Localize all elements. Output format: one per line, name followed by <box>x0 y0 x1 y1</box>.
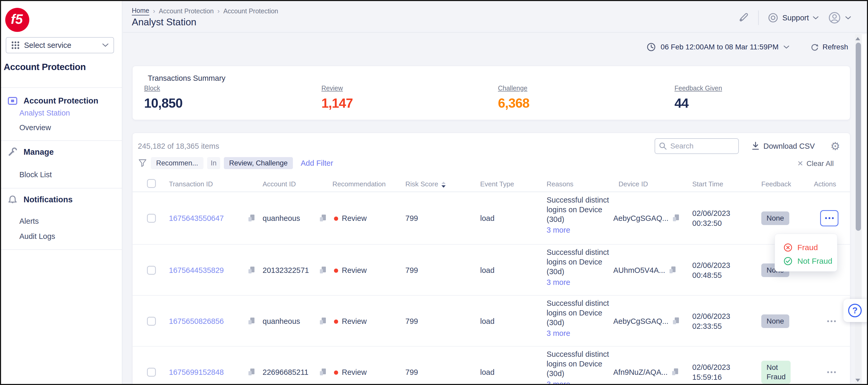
col-transaction-id[interactable]: Transaction ID <box>169 180 213 188</box>
date-range-value[interactable]: 06 Feb 12:00AM to 08 Mar 11:59PM <box>661 43 779 51</box>
metric-challenge-label[interactable]: Challenge <box>498 85 529 92</box>
copy-icon[interactable] <box>318 266 327 275</box>
sidebar-section-header[interactable]: Account Protection <box>1 96 122 106</box>
pencil-icon[interactable] <box>737 12 749 24</box>
device-id: AebyCgSGAQ... <box>613 214 669 222</box>
scrollbar-thumb[interactable] <box>856 42 861 231</box>
transaction-id-link[interactable]: 1675643550647 <box>169 214 224 222</box>
copy-icon[interactable] <box>671 368 679 376</box>
metric-block-label[interactable]: Block <box>144 85 183 92</box>
copy-icon[interactable] <box>318 368 327 376</box>
row-actions-button[interactable] <box>820 210 838 226</box>
col-event-type[interactable]: Event Type <box>480 180 514 188</box>
divider <box>1 188 122 188</box>
col-recommendation[interactable]: Recommendation <box>332 180 386 188</box>
gear-icon[interactable]: ⚙ <box>830 140 840 153</box>
menu-item-not-fraud[interactable]: Not Fraud <box>783 254 837 268</box>
event-type: load <box>480 368 495 376</box>
divider <box>1 140 122 141</box>
row-checkbox[interactable] <box>147 266 156 275</box>
event-type: load <box>480 317 495 325</box>
user-menu[interactable] <box>828 11 851 25</box>
divider <box>758 10 759 25</box>
transaction-id-link[interactable]: 1675699152848 <box>169 368 224 376</box>
sidebar-item-audit-logs[interactable]: Audit Logs <box>19 232 55 241</box>
menu-item-fraud[interactable]: Fraud <box>783 241 837 254</box>
copy-icon[interactable] <box>672 317 680 325</box>
row-actions-button[interactable] <box>827 320 836 322</box>
col-device-id[interactable]: Device ID <box>619 180 648 188</box>
help-tab[interactable]: ? <box>843 299 868 322</box>
add-filter-link[interactable]: Add Filter <box>301 159 333 167</box>
items-count: 245,182 of 18,365 items <box>138 142 219 151</box>
col-account-id[interactable]: Account ID <box>262 180 296 188</box>
refresh-button[interactable]: Refresh <box>810 42 848 52</box>
search-input[interactable] <box>670 142 728 150</box>
metric-review-value: 1,147 <box>321 96 353 111</box>
col-feedback[interactable]: Feedback <box>761 180 791 188</box>
support-label: Support <box>782 13 809 22</box>
chevron-down-icon[interactable] <box>783 45 789 49</box>
col-risk-score[interactable]: Risk Score <box>405 180 446 188</box>
table-row[interactable]: 1675643550647 quanheous Review 799 load … <box>133 192 850 245</box>
search-box[interactable] <box>655 138 739 154</box>
more-reasons-link[interactable]: 3 more <box>547 226 618 234</box>
reasons-text: Successful distinct logins on Device (30… <box>547 349 618 379</box>
copy-icon[interactable] <box>672 214 680 222</box>
page-title: Analyst Station <box>132 17 196 28</box>
sidebar-section-label: Manage <box>24 148 54 157</box>
download-csv-button[interactable]: Download CSV <box>751 141 815 151</box>
metric-feedback-given-label[interactable]: Feedback Given <box>675 85 722 92</box>
start-time: 02/06/2023 15:59:16 <box>692 362 746 382</box>
more-reasons-link[interactable]: 3 more <box>547 278 618 287</box>
sidebar-item-analyst-station[interactable]: Analyst Station <box>19 109 70 117</box>
search-icon <box>659 142 667 150</box>
sort-descending-icon[interactable] <box>441 182 446 188</box>
start-time: 02/06/2023 00:32:50 <box>692 208 746 228</box>
row-checkbox[interactable] <box>147 214 156 223</box>
table-row[interactable]: 1675699152848 22696685211 Review 799 loa… <box>133 347 850 385</box>
metric-review-label[interactable]: Review <box>321 85 353 92</box>
row-checkbox[interactable] <box>147 317 156 326</box>
scroll-down-arrow-icon[interactable] <box>856 379 860 382</box>
copy-icon[interactable] <box>668 266 677 275</box>
reasons-text: Successful distinct logins on Device (30… <box>547 248 618 277</box>
filter-field-chip[interactable]: Recommen... <box>151 157 204 169</box>
service-selector[interactable]: Select service <box>6 37 114 53</box>
row-checkbox[interactable] <box>147 368 156 377</box>
row-actions-button[interactable] <box>827 371 836 373</box>
breadcrumb-account-protection[interactable]: Account Protection <box>159 7 214 15</box>
wrench-icon <box>7 147 18 157</box>
copy-icon[interactable] <box>247 266 255 275</box>
sidebar-section-header[interactable]: Notifications <box>1 194 122 205</box>
more-reasons-link[interactable]: 3 more <box>547 380 618 385</box>
breadcrumb-home[interactable]: Home <box>132 7 149 15</box>
col-actions[interactable]: Actions <box>814 180 836 188</box>
more-reasons-link[interactable]: 3 more <box>547 329 618 338</box>
copy-icon[interactable] <box>318 317 327 325</box>
f5-logo-text: f5 <box>11 11 23 27</box>
filter-operator-chip[interactable]: In <box>207 157 220 169</box>
filter-value-chip[interactable]: Review, Challenge <box>224 157 293 169</box>
support-menu[interactable]: Support <box>768 12 819 23</box>
copy-icon[interactable] <box>318 214 327 222</box>
copy-icon[interactable] <box>247 214 255 222</box>
breadcrumb-account-protection-2[interactable]: Account Protection <box>223 7 278 15</box>
transaction-id-link[interactable]: 1675644535829 <box>169 266 224 275</box>
sidebar-item-alerts[interactable]: Alerts <box>19 217 39 226</box>
copy-icon[interactable] <box>247 317 255 325</box>
table-row[interactable]: 1675650826856 quanheous Review 799 load … <box>133 296 850 347</box>
table-row[interactable]: 1675644535829 20132322571 Review 799 loa… <box>133 245 850 296</box>
copy-icon[interactable] <box>247 368 255 376</box>
sidebar-section-header[interactable]: Manage <box>1 147 122 157</box>
device-id: AebyCgSGAQ... <box>613 317 669 325</box>
transaction-id-link[interactable]: 1675650826856 <box>169 317 224 325</box>
scroll-up-arrow-icon[interactable] <box>856 37 860 40</box>
clear-all-button[interactable]: ✕ Clear All <box>797 159 834 168</box>
col-reasons[interactable]: Reasons <box>547 180 574 188</box>
col-start-time[interactable]: Start Time <box>692 180 723 188</box>
sidebar-item-overview[interactable]: Overview <box>19 123 51 132</box>
select-all-checkbox[interactable] <box>147 179 156 188</box>
funnel-icon <box>138 158 147 168</box>
sidebar-item-block-list[interactable]: Block List <box>19 170 52 179</box>
